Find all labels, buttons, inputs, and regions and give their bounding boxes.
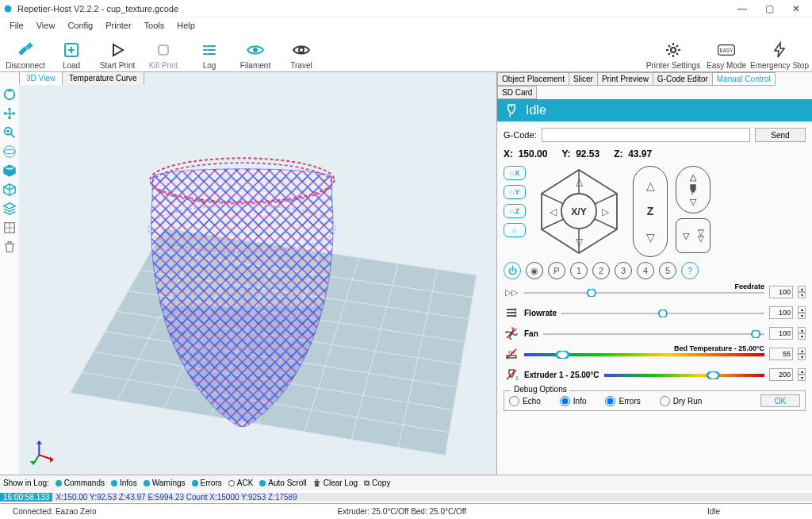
menu-config[interactable]: Config (61, 19, 99, 32)
start-print-button[interactable]: Start Print (97, 33, 138, 70)
feedrate-value[interactable]: 100 (769, 286, 793, 298)
cube-fill-icon[interactable] (2, 163, 17, 179)
tab-gcode-editor[interactable]: G-Code Editor (653, 72, 713, 86)
home-y-button[interactable]: ⌂Y (504, 185, 526, 199)
tab-object-placement[interactable]: Object Placement (497, 72, 569, 86)
home-z-button[interactable]: ⌂Z (504, 204, 526, 218)
printer-settings-button[interactable]: Printer Settings (645, 33, 701, 70)
macro-3-button[interactable]: 3 (615, 262, 632, 279)
tab-temperature-curve[interactable]: Temperature Curve (62, 71, 144, 85)
extruder-icon: 1 (504, 367, 519, 383)
orbit-icon[interactable] (2, 144, 17, 160)
printer-status: Idle (497, 99, 812, 121)
bed-temp-slider[interactable]: Bed Temperature - 25.00°C (524, 351, 764, 357)
macro-2-button[interactable]: 2 (592, 262, 610, 279)
svg-line-69 (507, 349, 516, 359)
extruder-temp-slider[interactable] (604, 371, 764, 378)
filter-ack[interactable]: ACK (237, 479, 254, 487)
macro-p-button[interactable]: P (548, 262, 565, 279)
send-button[interactable]: Send (755, 128, 806, 142)
jog-z-control[interactable]: △ Z ▽ (633, 166, 668, 257)
bed-temp-value[interactable]: 55 (769, 348, 793, 360)
svg-point-61 (588, 289, 596, 297)
fast-retract-icon[interactable]: ▽▽ (698, 229, 704, 242)
menu-help[interactable]: Help (170, 19, 201, 32)
copy-log-button[interactable]: ⧉Copy (364, 479, 390, 488)
temperature-status: Extruder: 25.0°C/Off Bed: 25.0°C/Off (329, 507, 474, 516)
flowrate-icon (504, 305, 519, 321)
help-button[interactable]: ? (681, 262, 699, 279)
status-text: Idle (526, 103, 546, 117)
home-x-button[interactable]: ⌂X (504, 166, 526, 180)
filter-infos[interactable]: Infos (120, 479, 137, 487)
gcode-input[interactable] (542, 128, 750, 142)
home-all-button[interactable]: ⌂ (504, 223, 526, 237)
tab-slicer[interactable]: Slicer (569, 72, 598, 86)
feedrate-slider[interactable]: Feedrate (524, 289, 764, 295)
log-button[interactable]: Log (189, 33, 230, 70)
retract-control[interactable]: ▽ ▽▽ (676, 218, 710, 253)
travel-button[interactable]: Travel (281, 33, 322, 70)
retract-icon[interactable]: ▽ (683, 231, 689, 241)
tab-print-preview[interactable]: Print Preview (597, 72, 653, 86)
flowrate-slider[interactable] (561, 309, 764, 316)
disconnect-button[interactable]: Disconnect (5, 33, 46, 70)
extrude-control[interactable]: △ ▽ (676, 166, 710, 213)
filament-button[interactable]: Filament (235, 33, 276, 70)
load-button[interactable]: Load (51, 33, 92, 70)
svg-line-53 (542, 219, 564, 229)
reset-view-icon[interactable] (2, 86, 17, 102)
svg-text:1: 1 (515, 375, 518, 381)
trash-icon[interactable] (2, 239, 17, 255)
echo-radio[interactable] (509, 396, 519, 406)
macro-row: ⏻ ◉ P 1 2 3 4 5 ? (504, 262, 806, 279)
macro-1-button[interactable]: 1 (570, 262, 588, 279)
easy-mode-button[interactable]: EASY Easy Mode (706, 33, 747, 70)
flowrate-value[interactable]: 100 (769, 306, 793, 319)
menu-printer[interactable]: Printer (99, 19, 137, 32)
dryrun-radio[interactable] (660, 396, 670, 406)
filter-commands[interactable]: Commands (64, 479, 105, 487)
macro-5-button[interactable]: 5 (659, 262, 676, 279)
minimize-icon[interactable]: ― (736, 2, 749, 15)
z-up-icon[interactable]: △ (646, 179, 655, 192)
gear-icon (664, 40, 683, 60)
jog-xy-control[interactable]: △ ▽ ◁ ▷ X/Y (534, 166, 625, 257)
3d-viewport[interactable] (19, 72, 496, 475)
debug-ok-button[interactable]: OK (760, 394, 800, 407)
extrude-up-icon[interactable]: △ (690, 172, 696, 183)
extrude-down-icon[interactable]: ▽ (690, 197, 696, 207)
filter-errors[interactable]: Errors (201, 479, 222, 487)
tab-sd-card[interactable]: SD Card (497, 86, 537, 99)
cube-wire-icon[interactable] (2, 182, 17, 198)
z-down-icon[interactable]: ▽ (646, 231, 655, 244)
maximize-icon[interactable]: ▢ (763, 2, 776, 15)
nozzle-icon (504, 102, 519, 118)
nozzle-small-icon (688, 184, 698, 195)
macro-4-button[interactable]: 4 (637, 262, 654, 279)
kill-print-button[interactable]: Kill Print (143, 33, 184, 70)
close-icon[interactable]: ✕ (790, 2, 802, 15)
filter-autoscroll[interactable]: Auto Scroll (268, 479, 306, 487)
tab-3d-view[interactable]: 3D View (19, 71, 63, 85)
play-icon (108, 40, 127, 60)
stop-button[interactable]: ◉ (526, 262, 543, 279)
power-button[interactable]: ⏻ (504, 262, 521, 279)
fan-value[interactable]: 100 (769, 327, 793, 340)
menu-tools[interactable]: Tools (138, 19, 171, 32)
menu-file[interactable]: File (3, 19, 30, 32)
clear-log-button[interactable]: 🗑Clear Log (313, 479, 358, 487)
layers-icon[interactable] (2, 201, 17, 217)
errors-radio[interactable] (605, 396, 615, 406)
trash-small-icon: 🗑 (313, 479, 321, 487)
info-radio[interactable] (560, 396, 570, 406)
fan-slider[interactable] (543, 330, 764, 336)
extruder-temp-value[interactable]: 200 (769, 368, 793, 381)
move-icon[interactable] (2, 106, 17, 121)
zoom-icon[interactable] (2, 125, 17, 140)
emergency-stop-button[interactable]: Emergency Stop (752, 33, 807, 70)
grid-icon[interactable] (2, 220, 17, 236)
menu-view[interactable]: View (30, 19, 62, 32)
tab-manual-control[interactable]: Manual Control (712, 72, 776, 86)
filter-warnings[interactable]: Warnings (152, 479, 186, 487)
